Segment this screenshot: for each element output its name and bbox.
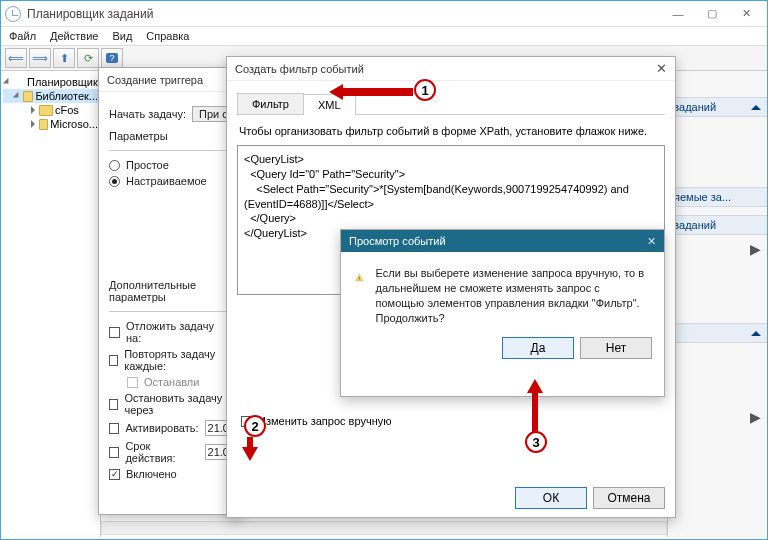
check-repeat[interactable]: Повторять задачу каждые: xyxy=(109,348,232,372)
svg-text:!: ! xyxy=(359,276,360,281)
menu-action[interactable]: Действие xyxy=(50,30,98,42)
menu-bar: Файл Действие Вид Справка xyxy=(1,27,767,46)
check-stopall: Останавли xyxy=(127,376,232,388)
check-delay[interactable]: Отложить задачу на: xyxy=(109,320,232,344)
help-button[interactable]: ? xyxy=(101,48,123,68)
ok-button[interactable]: ОК xyxy=(515,487,587,509)
message-text: Если вы выберете изменение запроса вручн… xyxy=(376,266,650,325)
tree-item[interactable]: cFos xyxy=(55,104,79,116)
check-expire[interactable]: Срок действия:21.0 xyxy=(109,440,232,464)
nav-tree[interactable]: Планировщик Библиотек... cFos Microso... xyxy=(1,71,101,537)
tab-filter[interactable]: Фильтр xyxy=(237,93,304,114)
actions-pane: заданий яемые за... заданий ▶ ▶ xyxy=(667,71,767,537)
close-icon[interactable]: ✕ xyxy=(656,61,667,76)
callout-2: 2 xyxy=(244,415,266,437)
dialog-title: Создание триггера xyxy=(107,74,203,86)
check-stopafter[interactable]: Остановить задачу через xyxy=(109,392,232,416)
arrow-2 xyxy=(241,437,259,461)
app-icon xyxy=(5,6,21,22)
actions-header: заданий xyxy=(674,101,716,113)
expand-icon[interactable] xyxy=(13,92,21,100)
back-button[interactable]: ⟸ xyxy=(5,48,27,68)
more-chevron[interactable]: ▶ xyxy=(668,235,767,263)
collapse-icon[interactable] xyxy=(751,105,761,110)
dialog-title: Создать фильтр событий xyxy=(235,63,364,75)
folder-icon xyxy=(39,105,53,116)
tree-library[interactable]: Библиотек... xyxy=(35,90,98,102)
horizontal-scrollbar[interactable] xyxy=(101,521,667,535)
maximize-button[interactable]: ▢ xyxy=(695,3,729,25)
more-chevron[interactable]: ▶ xyxy=(668,403,767,431)
actions-header: заданий xyxy=(674,219,716,231)
arrow-3 xyxy=(526,379,544,433)
tree-root[interactable]: Планировщик xyxy=(27,76,98,88)
no-button[interactable]: Нет xyxy=(580,337,652,359)
tree-item[interactable]: Microso... xyxy=(50,118,98,130)
create-trigger-dialog: Создание триггера Начать задачу:При собы… xyxy=(98,67,243,515)
extras-label: Дополнительные параметры xyxy=(109,279,232,303)
callout-3: 3 xyxy=(525,431,547,453)
close-button[interactable]: ✕ xyxy=(729,3,763,25)
folder-icon xyxy=(39,119,48,130)
close-icon[interactable]: ✕ xyxy=(647,235,656,248)
actions-header: яемые за... xyxy=(674,191,731,203)
check-activate[interactable]: Активировать:21.0 xyxy=(109,420,232,436)
warning-icon: ! xyxy=(355,266,364,290)
dialog-title: Просмотр событий xyxy=(349,235,446,247)
yes-button[interactable]: Да xyxy=(502,337,574,359)
confirm-dialog: Просмотр событий✕ ! Если вы выберете изм… xyxy=(340,229,665,397)
radio-simple[interactable]: Простое xyxy=(109,159,232,171)
expand-icon[interactable] xyxy=(31,120,35,128)
expand-icon[interactable] xyxy=(31,106,35,114)
forward-button[interactable]: ⟹ xyxy=(29,48,51,68)
menu-view[interactable]: Вид xyxy=(112,30,132,42)
folder-icon xyxy=(23,91,33,102)
start-task-label: Начать задачу: xyxy=(109,108,186,120)
check-enabled[interactable]: ✓Включено xyxy=(109,468,232,480)
collapse-icon[interactable] xyxy=(751,331,761,336)
menu-help[interactable]: Справка xyxy=(146,30,189,42)
refresh-button[interactable]: ⟳ xyxy=(77,48,99,68)
minimize-button[interactable]: — xyxy=(661,3,695,25)
cancel-button[interactable]: Отмена xyxy=(593,487,665,509)
radio-custom[interactable]: Настраиваемое xyxy=(109,175,232,187)
title-bar: Планировщик заданий — ▢ ✕ xyxy=(1,1,767,27)
info-text: Чтобы организовать фильтр событий в форм… xyxy=(239,125,663,137)
arrow-1 xyxy=(329,84,413,100)
expand-icon[interactable] xyxy=(3,78,11,86)
callout-1: 1 xyxy=(414,79,436,101)
window-title: Планировщик заданий xyxy=(27,7,661,21)
check-manual-edit[interactable]: Изменить запрос вручную xyxy=(241,415,665,427)
menu-file[interactable]: Файл xyxy=(9,30,36,42)
up-button[interactable]: ⬆ xyxy=(53,48,75,68)
parameters-label: Параметры xyxy=(109,130,232,142)
